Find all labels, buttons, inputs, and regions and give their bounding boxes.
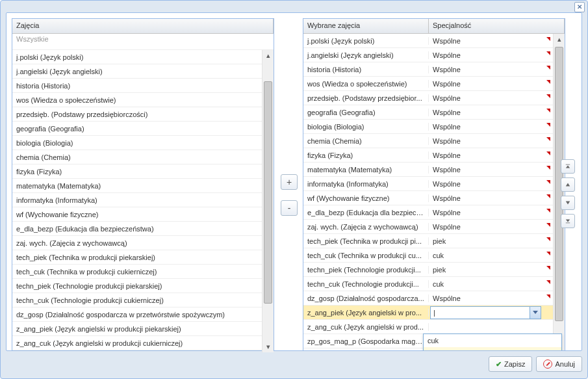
table-row[interactable]: tech_piek (Technika w produkcji piekarsk… <box>12 250 262 265</box>
dialog-footer: ✔ Zapisz Anuluj <box>6 355 582 373</box>
table-row[interactable]: fizyka (Fizyka)Wspólne <box>303 148 554 163</box>
table-row[interactable]: j.polski (Język polski)Wspólne <box>303 34 554 48</box>
cell-specjalnosc[interactable]: Wspólne <box>429 80 550 88</box>
move-up-button[interactable] <box>561 177 575 192</box>
dialog-window: ✕ Zajęcia Wszystkie j.polski (Język pols… <box>0 0 588 379</box>
table-row[interactable]: j.polski (Język polski) <box>12 50 262 64</box>
table-row[interactable]: z_ang_cuk (Język angielski w prod... <box>303 320 554 334</box>
table-row[interactable]: przedsięb. (Podstawy przedsiębiorczości) <box>12 107 262 122</box>
table-row[interactable]: chemia (Chemia) <box>12 150 262 164</box>
table-row[interactable]: z_ang_cuk (Język angielski w produkcji c… <box>12 336 262 350</box>
table-row[interactable]: dz_gosp (Działalność gospodarcza...Wspól… <box>303 291 554 306</box>
cancel-icon <box>543 359 552 369</box>
col-wybrane[interactable]: Wybrane zajęcia <box>303 19 429 33</box>
scroll-up-icon[interactable]: ▴ <box>554 34 565 45</box>
cell-wybrane: chemia (Chemia) <box>303 137 429 145</box>
table-row[interactable]: geografia (Geografia)Wspólne <box>303 105 554 120</box>
cell-specjalnosc[interactable]: Wspólne <box>429 166 550 174</box>
table-row[interactable]: e_dla_bezp (Edukacja dla bezpieczeństwa) <box>12 222 262 236</box>
scroll-up-icon[interactable]: ▴ <box>262 50 274 61</box>
save-label: Zapisz <box>504 360 525 368</box>
spec-dropdown[interactable]: cukpiekWspólne <box>423 333 562 350</box>
cell-specjalnosc[interactable]: Wspólne <box>429 94 550 102</box>
scroll-thumb[interactable] <box>264 81 272 304</box>
table-row[interactable]: techn_cuk (Technologie produkcji cukiern… <box>12 293 262 307</box>
filter-row[interactable]: Wszystkie <box>12 34 274 50</box>
cell-specjalnosc[interactable]: Wspólne <box>429 180 550 188</box>
scroll-down-icon[interactable]: ▾ <box>262 341 274 352</box>
table-row[interactable]: j.angielski (Język angielski)Wspólne <box>303 48 554 62</box>
table-row[interactable]: tech_cuk (Technika w produkcji cukiernic… <box>12 265 262 279</box>
cell-wybrane: z_ang_piek (Język angielski w pro... <box>303 309 429 317</box>
table-row[interactable]: dz_gosp (Działalność gospodarcza w przet… <box>12 307 262 322</box>
table-row[interactable]: wos (Wiedza o społeczeństwie)Wspólne <box>303 77 554 91</box>
table-row[interactable]: historia (Historia) <box>12 79 262 93</box>
cell-specjalnosc[interactable]: cuk <box>429 252 550 259</box>
table-row[interactable]: informatyka (Informatyka) <box>12 193 262 207</box>
dropdown-option[interactable]: piek <box>424 347 561 350</box>
dirty-marker-icon <box>546 66 550 70</box>
grid-header: Zajęcia <box>12 19 274 34</box>
cell-specjalnosc[interactable]: piek <box>429 266 550 274</box>
cell-specjalnosc[interactable]: Wspólne <box>429 137 550 145</box>
table-row[interactable]: zaj. wych. (Zajęcia z wychowawcą) <box>12 236 262 250</box>
cell-specjalnosc[interactable]: Wspólne <box>429 123 550 131</box>
table-row[interactable]: biologia (Biologia)Wspólne <box>303 120 554 134</box>
cell-wybrane: biologia (Biologia) <box>303 123 429 131</box>
table-row[interactable]: geografia (Geografia) <box>12 122 262 136</box>
col-specjalnosc[interactable]: Specjalność <box>429 19 565 33</box>
table-row[interactable]: techn_piek (Technologie produkcji piekar… <box>12 279 262 293</box>
move-bottom-button[interactable] <box>561 214 575 228</box>
cell-specjalnosc[interactable]: Wspólne <box>429 294 550 302</box>
table-row[interactable]: matematyka (Matematyka) <box>12 179 262 193</box>
dirty-marker-icon <box>546 137 550 141</box>
cell-wybrane: wf (Wychowanie fizyczne) <box>303 194 429 202</box>
cell-specjalnosc[interactable]: Wspólne <box>429 223 550 231</box>
chevron-down-icon[interactable] <box>530 307 541 319</box>
table-row[interactable]: wf (Wychowanie fizyczne)Wspólne <box>303 191 554 205</box>
table-row[interactable]: historia (Historia)Wspólne <box>303 62 554 77</box>
table-row[interactable]: techn_cuk (Technologie produkcji...cuk <box>303 277 554 291</box>
table-row[interactable]: zaj. wych. (Zajęcia z wychowawcą)Wspólne <box>303 220 554 234</box>
table-row[interactable]: e_dla_bezp (Edukacja dla bezpiecz...Wspó… <box>303 205 554 220</box>
dirty-marker-icon <box>546 294 550 298</box>
table-row[interactable]: fizyka (Fizyka) <box>12 164 262 179</box>
cancel-button[interactable]: Anuluj <box>536 356 582 372</box>
table-row[interactable]: wos (Wiedza o społeczeństwie) <box>12 93 262 107</box>
cell-specjalnosc[interactable]: | <box>429 306 543 320</box>
table-row[interactable]: j.angielski (Język angielski) <box>12 64 262 79</box>
table-row[interactable]: tech_cuk (Technika w produkcji cu...cuk <box>303 248 554 263</box>
cell-specjalnosc[interactable]: cuk <box>429 280 550 288</box>
save-button[interactable]: ✔ Zapisz <box>489 356 532 372</box>
move-down-button[interactable] <box>561 196 575 210</box>
cell-specjalnosc[interactable]: Wspólne <box>429 109 550 116</box>
table-row[interactable]: z_ang_piek (Język angielski w pro...| <box>303 306 554 320</box>
grid-body: j.polski (Język polski)j.angielski (Języ… <box>12 50 274 352</box>
scrollbar[interactable]: ▴ ▾ <box>262 50 274 352</box>
spec-combo[interactable]: | <box>430 306 541 319</box>
add-button[interactable]: + <box>281 174 298 190</box>
cell-specjalnosc[interactable]: piek <box>429 237 550 245</box>
table-row[interactable]: wf (Wychowanie fizyczne) <box>12 207 262 222</box>
remove-button[interactable]: - <box>281 200 298 216</box>
table-row[interactable]: chemia (Chemia)Wspólne <box>303 134 554 148</box>
cell-specjalnosc[interactable]: Wspólne <box>429 151 550 159</box>
dropdown-option[interactable]: cuk <box>424 334 561 347</box>
move-top-button[interactable] <box>561 159 575 174</box>
table-row[interactable]: z_ang_piek (Język angielski w produkcji … <box>12 322 262 336</box>
cell-specjalnosc[interactable]: Wspólne <box>429 194 550 202</box>
table-row[interactable]: matematyka (Matematyka)Wspólne <box>303 163 554 177</box>
table-row[interactable]: przedsięb. (Podstawy przedsiębior...Wspó… <box>303 91 554 105</box>
col-zajecia[interactable]: Zajęcia <box>12 19 274 33</box>
table-row[interactable]: biologia (Biologia) <box>12 136 262 150</box>
dirty-marker-icon <box>546 109 550 112</box>
cell-specjalnosc[interactable]: Wspólne <box>429 209 550 216</box>
cell-specjalnosc[interactable]: Wspólne <box>429 37 550 45</box>
table-row[interactable]: techn_piek (Technologie produkcji...piek <box>303 263 554 277</box>
table-row[interactable]: tech_piek (Technika w produkcji pi...pie… <box>303 234 554 248</box>
cell-wybrane: geografia (Geografia) <box>303 109 429 116</box>
close-icon[interactable]: ✕ <box>574 2 585 12</box>
table-row[interactable]: informatyka (Informatyka)Wspólne <box>303 177 554 191</box>
cell-specjalnosc[interactable]: Wspólne <box>429 51 550 59</box>
cell-specjalnosc[interactable]: Wspólne <box>429 66 550 73</box>
